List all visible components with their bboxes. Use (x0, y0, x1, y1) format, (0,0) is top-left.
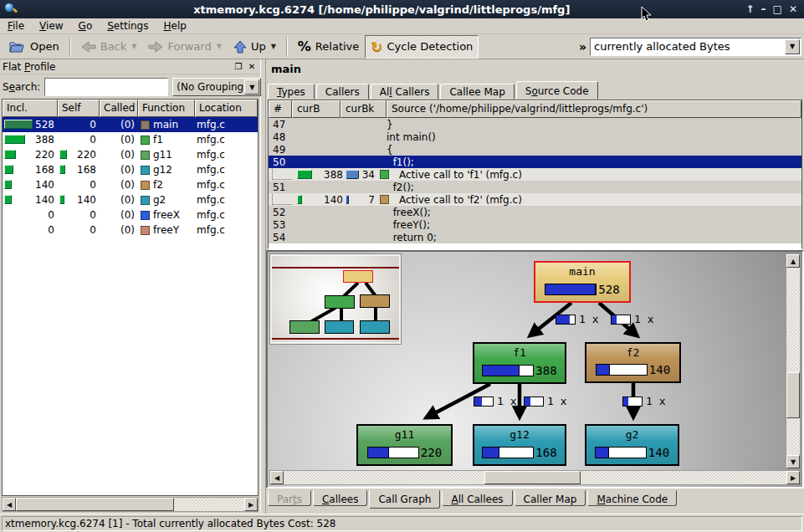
scroll-left-icon[interactable]: ◀ (270, 471, 284, 484)
table-row[interactable]: 220 220 (0) g11 mfg.c (3, 147, 258, 162)
source-line[interactable]: 47} (269, 118, 801, 130)
menu-go[interactable]: Go (71, 19, 100, 33)
menu-file[interactable]: File (0, 19, 32, 33)
column-header-curbk[interactable]: curBk (341, 100, 387, 118)
tab-all-callers[interactable]: All Callers (371, 84, 439, 100)
table-row[interactable]: 528 0 (0) main mfg.c (3, 117, 258, 132)
vertical-scrollbar[interactable]: ▲ ▼ (786, 253, 801, 469)
forward-button[interactable]: Forward ▼ (142, 37, 227, 56)
tab-source-code[interactable]: Source Code (516, 81, 598, 100)
back-dropdown-icon[interactable]: ▼ (131, 43, 136, 50)
tab-callee-map[interactable]: Callee Map (440, 84, 514, 100)
table-row[interactable]: 0 0 (0) freeX mfg.c (3, 207, 258, 223)
tab-callers[interactable]: Callers (316, 84, 369, 100)
graph-node-main[interactable]: main 528 (534, 261, 631, 303)
event-type-select[interactable]: currently allocated Bytes ▼ (590, 38, 801, 56)
back-button[interactable]: Back ▼ (75, 37, 143, 56)
tab-machine-code[interactable]: Machine Code (587, 490, 677, 506)
graph-overview-thumbnail[interactable] (270, 254, 401, 344)
column-header-incl[interactable]: Incl. (3, 100, 58, 117)
column-header-self[interactable]: Self (58, 100, 100, 117)
grouping-select[interactable]: (No Grouping) ▼ (172, 78, 261, 96)
scroll-up-icon[interactable]: ▲ (786, 254, 800, 268)
source-line-selected[interactable]: 50 f1(); (269, 156, 801, 168)
relative-toggle-button[interactable]: % Relative (292, 35, 365, 58)
panel-splitter[interactable] (260, 59, 266, 514)
viewport-bottom-line (272, 338, 399, 340)
table-row[interactable]: 168 168 (0) g12 mfg.c (3, 162, 258, 177)
percent-icon: % (298, 38, 311, 54)
tab-types[interactable]: Types (268, 84, 315, 100)
cost-bar (4, 165, 13, 174)
overview-node-g2 (360, 320, 390, 334)
column-header-called[interactable]: Called (100, 100, 138, 117)
minimize-button[interactable]: – (761, 2, 766, 17)
cost-bar (545, 284, 597, 295)
tab-call-graph[interactable]: Call Graph (369, 490, 440, 509)
source-line[interactable]: 48int main() (269, 130, 801, 143)
tab-all-callees[interactable]: All Callees (442, 490, 512, 506)
call-graph-view[interactable]: main 528 f1 388 f2 140 g11 220 g12 168 (266, 250, 804, 489)
column-header-function[interactable]: Function (138, 100, 195, 117)
graph-node-g12[interactable]: g12 168 (473, 424, 566, 466)
scroll-left-icon[interactable]: ◀ (3, 498, 16, 511)
tab-caller-map[interactable]: Caller Map (515, 490, 586, 506)
cost-bar (367, 447, 419, 458)
close-dock-button[interactable]: ✕ (246, 61, 258, 73)
close-button[interactable]: ✕ (789, 2, 797, 17)
graph-node-g2[interactable]: g2 140 (585, 424, 679, 466)
horizontal-scrollbar[interactable]: ◀ ▶ (269, 470, 801, 485)
table-row[interactable]: 388 0 (0) f1 mfg.c (3, 132, 258, 147)
combo-arrow-icon[interactable]: ▼ (244, 79, 259, 95)
cost-bar (4, 120, 33, 129)
mouse-pointer (641, 7, 653, 23)
dock-header[interactable]: Flat Profile ❐ ✕ (0, 59, 260, 74)
scrollbar-thumb[interactable] (786, 372, 800, 418)
tab-parts[interactable]: Parts (268, 490, 311, 506)
scroll-right-icon[interactable]: ▶ (244, 498, 258, 511)
graph-node-f2[interactable]: f2 140 (585, 342, 681, 383)
up-dropdown-icon[interactable]: ▼ (271, 43, 276, 50)
scrollbar-thumb[interactable] (484, 471, 581, 484)
graph-node-f1[interactable]: f1 388 (473, 342, 566, 384)
combo-arrow-icon[interactable]: ▼ (785, 39, 800, 54)
column-header-curb[interactable]: curB (292, 100, 341, 118)
tab-callees[interactable]: Callees (313, 490, 367, 506)
column-header-location[interactable]: Location (195, 100, 258, 117)
graph-node-g11[interactable]: g11 220 (356, 424, 453, 466)
flat-profile-panel: Flat Profile ❐ ✕ Search: (No Grouping) ▼… (0, 59, 260, 514)
maximize-button[interactable]: □ (773, 2, 782, 17)
column-header-line[interactable]: # (269, 100, 292, 118)
table-row[interactable]: 140 140 (0) g2 mfg.c (3, 192, 258, 207)
source-line[interactable]: 53 freeY(); (269, 218, 801, 231)
function-color-icon (141, 120, 150, 130)
table-row[interactable]: 140 0 (0) f2 mfg.c (3, 177, 258, 192)
search-input[interactable] (44, 78, 168, 96)
scroll-down-icon[interactable]: ▼ (786, 455, 800, 468)
source-call-annotation[interactable]: 140 7 Active call to 'f2' (mfg.c) (269, 193, 801, 206)
scrollbar-thumb[interactable] (16, 498, 174, 511)
cost-bar (482, 365, 534, 376)
shade-button[interactable]: ↑ (746, 2, 755, 17)
cycle-detection-button[interactable]: ↺ Cycle Detection (365, 35, 479, 59)
source-line[interactable]: 54 return 0; (269, 231, 801, 243)
source-line[interactable]: 49{ (269, 143, 801, 156)
open-button[interactable]: Open (3, 37, 65, 57)
title-bar[interactable]: xtmemory.kcg.6274 [/home/philippe/valgri… (0, 0, 804, 18)
table-row[interactable]: 0 0 (0) freeY mfg.c (3, 223, 258, 238)
float-dock-button[interactable]: ❐ (233, 61, 244, 73)
source-call-annotation[interactable]: 388 34 Active call to 'f1' (mfg.c) (269, 168, 801, 181)
menu-view[interactable]: View (32, 19, 70, 33)
menu-help[interactable]: Help (156, 19, 193, 33)
up-button[interactable]: Up ▼ (228, 37, 282, 57)
source-line[interactable]: 51 f2(); (269, 181, 801, 193)
source-line[interactable]: 52 freeX(); (269, 206, 801, 218)
overview-node-g11 (289, 320, 320, 334)
column-header-source[interactable]: Source ('/home/philippe/valgrind/littlep… (387, 100, 801, 118)
toolbar-overflow-button[interactable]: » (576, 40, 590, 54)
toolbar-separator (286, 38, 288, 56)
forward-dropdown-icon[interactable]: ▼ (217, 43, 222, 50)
menu-settings[interactable]: Settings (100, 19, 156, 33)
horizontal-scrollbar[interactable]: ◀ ▶ (2, 497, 259, 512)
scroll-right-icon[interactable]: ▶ (786, 471, 800, 484)
